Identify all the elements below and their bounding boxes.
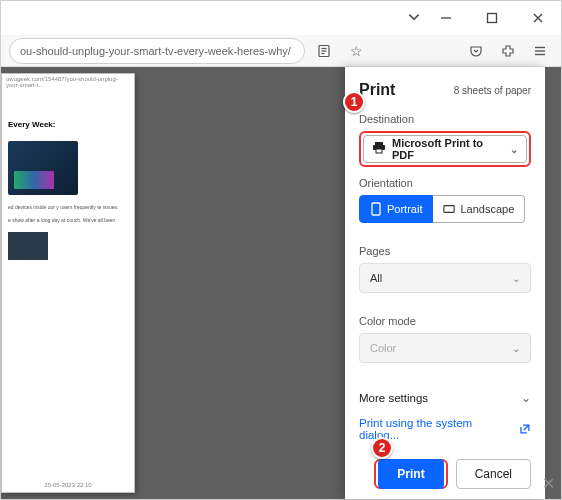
preview-paragraph: e show after a long day at couch. We've … xyxy=(2,214,134,227)
menu-icon[interactable] xyxy=(527,38,553,64)
annotation-badge-1: 1 xyxy=(343,91,365,113)
pages-label: Pages xyxy=(359,245,531,257)
extensions-icon[interactable] xyxy=(495,38,521,64)
close-icon[interactable]: ✕ xyxy=(542,474,555,493)
bookmark-star-icon[interactable]: ☆ xyxy=(343,38,369,64)
print-button-highlight: Print xyxy=(374,459,447,489)
color-dropdown[interactable]: Color ⌄ xyxy=(359,333,531,363)
chevron-down-icon: ⌄ xyxy=(512,273,520,284)
preview-footer: 25-05-2023 22:10 xyxy=(2,482,134,488)
orientation-toggle: Portrait Landscape xyxy=(359,195,531,223)
destination-highlight: Microsoft Print to PDF ⌄ xyxy=(359,131,531,167)
maximize-button[interactable] xyxy=(469,1,515,35)
sheet-count: 8 sheets of paper xyxy=(454,85,531,96)
titlebar xyxy=(1,1,561,35)
chevron-down-icon: ⌄ xyxy=(510,144,518,155)
more-settings-toggle[interactable]: More settings ⌄ xyxy=(359,385,531,411)
print-panel: Print 8 sheets of paper Destination Micr… xyxy=(345,67,545,499)
pocket-icon[interactable] xyxy=(463,38,489,64)
svg-rect-12 xyxy=(372,203,380,215)
minimize-button[interactable] xyxy=(423,1,469,35)
svg-rect-1 xyxy=(488,14,497,23)
svg-rect-13 xyxy=(444,206,454,213)
preview-heading: Every Week: xyxy=(2,90,134,135)
print-title: Print xyxy=(359,81,395,99)
preview-paragraph: ed devices inside our y users frequently… xyxy=(2,201,134,214)
url-field[interactable]: ou-should-unplug-your-smart-tv-every-wee… xyxy=(9,38,305,64)
content-area: owogeek.com/154487/you-should-unplug-you… xyxy=(1,67,561,499)
preview-image xyxy=(8,232,48,260)
browser-window: ou-should-unplug-your-smart-tv-every-wee… xyxy=(0,0,562,500)
close-button[interactable] xyxy=(515,1,561,35)
chevron-down-icon: ⌄ xyxy=(512,343,520,354)
tab-chevron-icon[interactable] xyxy=(407,10,421,28)
print-button[interactable]: Print xyxy=(378,459,443,489)
portrait-button[interactable]: Portrait xyxy=(359,195,433,223)
preview-url: owogeek.com/154487/you-should-unplug-you… xyxy=(2,74,134,90)
printer-icon xyxy=(372,142,386,156)
url-bar: ou-should-unplug-your-smart-tv-every-wee… xyxy=(1,35,561,67)
destination-dropdown[interactable]: Microsoft Print to PDF ⌄ xyxy=(363,135,527,163)
button-bar: Print Cancel xyxy=(359,459,531,489)
cancel-button[interactable]: Cancel xyxy=(456,459,531,489)
color-label: Color mode xyxy=(359,315,531,327)
print-preview-page: owogeek.com/154487/you-should-unplug-you… xyxy=(1,73,135,493)
preview-image xyxy=(8,141,78,195)
destination-label: Destination xyxy=(359,113,531,125)
chevron-down-icon: ⌄ xyxy=(521,391,531,405)
svg-rect-11 xyxy=(376,149,382,153)
pages-dropdown[interactable]: All ⌄ xyxy=(359,263,531,293)
annotation-badge-2: 2 xyxy=(371,437,393,459)
url-text: ou-should-unplug-your-smart-tv-every-wee… xyxy=(20,45,291,57)
destination-value: Microsoft Print to PDF xyxy=(392,137,504,161)
svg-rect-9 xyxy=(375,142,383,145)
landscape-button[interactable]: Landscape xyxy=(433,195,525,223)
orientation-label: Orientation xyxy=(359,177,531,189)
external-link-icon xyxy=(519,423,531,435)
reader-icon[interactable] xyxy=(311,38,337,64)
